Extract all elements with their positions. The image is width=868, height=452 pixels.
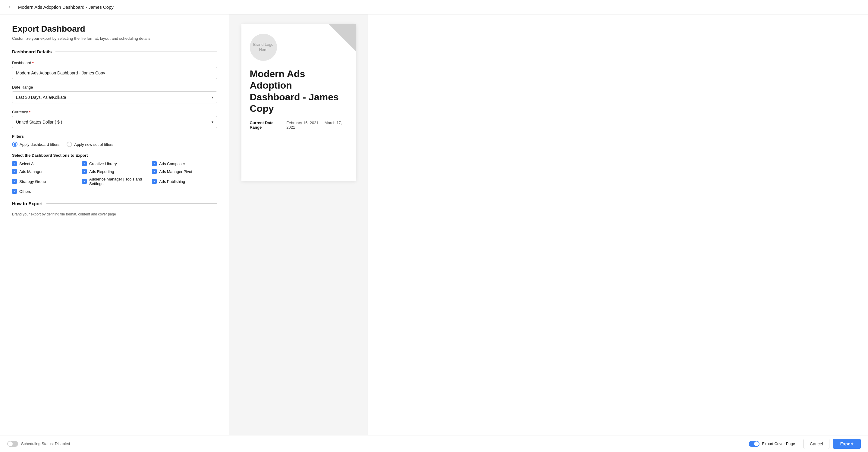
main-layout: Export Dashboard Customize your export b… bbox=[0, 14, 868, 435]
preview-date-row: Current Date Range February 16, 2021 — M… bbox=[250, 121, 347, 130]
checkbox-ads-composer[interactable]: ✓ Ads Composer bbox=[152, 161, 217, 166]
how-to-export-subtitle: Brand your export by defining file forma… bbox=[12, 212, 217, 216]
preview-date-value: February 16, 2021 — March 17, 2021 bbox=[286, 121, 347, 130]
currency-required-dot: • bbox=[29, 109, 31, 114]
currency-select[interactable]: United States Dollar ( $ ) bbox=[12, 116, 217, 128]
export-cover-toggle-thumb bbox=[754, 442, 759, 446]
filter-dashboard-radio[interactable]: Apply dashboard filters bbox=[12, 141, 59, 147]
checkbox-ads-manager-box: ✓ bbox=[12, 169, 17, 174]
date-range-select[interactable]: Last 30 Days, Asia/Kolkata bbox=[12, 91, 217, 103]
checkbox-audience-manager-box: ✓ bbox=[82, 179, 87, 184]
export-title: Export Dashboard bbox=[12, 24, 217, 34]
checkbox-audience-manager[interactable]: ✓ Audience Manager | Tools and Settings bbox=[82, 177, 147, 186]
export-button[interactable]: Export bbox=[833, 439, 861, 449]
cancel-button[interactable]: Cancel bbox=[804, 439, 830, 449]
currency-select-wrapper: United States Dollar ( $ ) ▾ bbox=[12, 116, 217, 128]
date-range-select-wrapper: Last 30 Days, Asia/Kolkata ▾ bbox=[12, 91, 217, 103]
checkbox-ads-publishing[interactable]: ✓ Ads Publishing bbox=[152, 177, 217, 186]
checkbox-ads-composer-box: ✓ bbox=[152, 161, 157, 166]
scheduling-toggle-area: Scheduling Status: Disabled bbox=[7, 441, 70, 447]
scheduling-toggle[interactable] bbox=[7, 441, 18, 447]
sections-title: Select the Dashboard Sections to Export bbox=[12, 153, 217, 158]
required-dot: • bbox=[32, 60, 34, 65]
preview-page: Brand Logo Here Modern Ads AdoptionDashb… bbox=[241, 24, 356, 181]
how-divider bbox=[46, 203, 217, 204]
checkbox-others[interactable]: ✓ Others bbox=[12, 189, 77, 194]
radio-circle-selected bbox=[12, 141, 18, 147]
filters-radio-group: Apply dashboard filters Apply new set of… bbox=[12, 141, 217, 147]
radio-inner-dot bbox=[13, 143, 16, 146]
left-panel: Export Dashboard Customize your export b… bbox=[0, 14, 229, 435]
scheduling-toggle-thumb bbox=[8, 442, 13, 446]
date-range-label: Date Range bbox=[12, 85, 217, 90]
filters-group: Filters Apply dashboard filters Apply ne… bbox=[12, 134, 217, 147]
checkbox-ads-manager[interactable]: ✓ Ads Manager bbox=[12, 169, 77, 174]
brand-logo-circle: Brand Logo Here bbox=[250, 34, 277, 61]
radio-circle-empty bbox=[67, 141, 72, 147]
export-cover-label: Export Cover Page bbox=[762, 442, 795, 446]
export-cover-toggle[interactable] bbox=[749, 441, 760, 447]
currency-field-group: Currency • United States Dollar ( $ ) ▾ bbox=[12, 109, 217, 128]
scheduling-label: Scheduling Status: Disabled bbox=[21, 442, 70, 446]
corner-triangle-decoration bbox=[329, 24, 356, 51]
sections-grid: ✓ Select All ✓ Creative Library ✓ Ads Co… bbox=[12, 161, 217, 194]
checkbox-ads-manager-pivot-box: ✓ bbox=[152, 169, 157, 174]
export-subtitle: Customize your export by selecting the f… bbox=[12, 36, 217, 41]
section-divider bbox=[56, 52, 217, 52]
checkbox-ads-manager-pivot[interactable]: ✓ Ads Manager Pivot bbox=[152, 169, 217, 174]
topbar: ← Modern Ads Adoption Dashboard - James … bbox=[0, 0, 868, 14]
filter-new-radio[interactable]: Apply new set of filters bbox=[67, 141, 113, 147]
checkbox-strategy-group-box: ✓ bbox=[12, 179, 17, 184]
date-range-field-group: Date Range Last 30 Days, Asia/Kolkata ▾ bbox=[12, 85, 217, 103]
checkbox-creative-library-box: ✓ bbox=[82, 161, 87, 166]
dashboard-label: Dashboard • bbox=[12, 60, 217, 65]
dashboard-details-heading: Dashboard Details bbox=[12, 49, 52, 54]
checkbox-ads-reporting-box: ✓ bbox=[82, 169, 87, 174]
dashboard-details-section-header: Dashboard Details bbox=[12, 49, 217, 54]
currency-label: Currency • bbox=[12, 109, 217, 114]
how-to-export-section: How to Export Brand your export by defin… bbox=[12, 201, 217, 216]
checkbox-ads-publishing-box: ✓ bbox=[152, 179, 157, 184]
checkbox-select-all-box: ✓ bbox=[12, 161, 17, 166]
back-button[interactable]: ← bbox=[6, 3, 14, 11]
filters-label: Filters bbox=[12, 134, 217, 139]
bottom-bar: Scheduling Status: Disabled Export Cover… bbox=[0, 435, 868, 452]
checkbox-strategy-group[interactable]: ✓ Strategy Group bbox=[12, 177, 77, 186]
checkbox-ads-reporting[interactable]: ✓ Ads Reporting bbox=[82, 169, 147, 174]
checkbox-select-all[interactable]: ✓ Select All bbox=[12, 161, 77, 166]
topbar-title: Modern Ads Adoption Dashboard - James Co… bbox=[18, 4, 114, 10]
dashboard-input[interactable] bbox=[12, 67, 217, 79]
export-cover-area: Export Cover Page bbox=[749, 441, 795, 447]
how-to-export-heading: How to Export bbox=[12, 201, 43, 206]
dashboard-field-group: Dashboard • bbox=[12, 60, 217, 79]
sections-export-group: Select the Dashboard Sections to Export … bbox=[12, 153, 217, 194]
preview-dashboard-title: Modern Ads AdoptionDashboard - JamesCopy bbox=[250, 68, 347, 115]
right-panel: Brand Logo Here Modern Ads AdoptionDashb… bbox=[229, 14, 368, 435]
preview-date-label: Current Date Range bbox=[250, 121, 284, 130]
how-to-export-section-header: How to Export bbox=[12, 201, 217, 206]
checkbox-creative-library[interactable]: ✓ Creative Library bbox=[82, 161, 147, 166]
checkbox-others-box: ✓ bbox=[12, 189, 17, 194]
bottom-right-actions: Export Cover Page Cancel Export bbox=[749, 439, 861, 449]
